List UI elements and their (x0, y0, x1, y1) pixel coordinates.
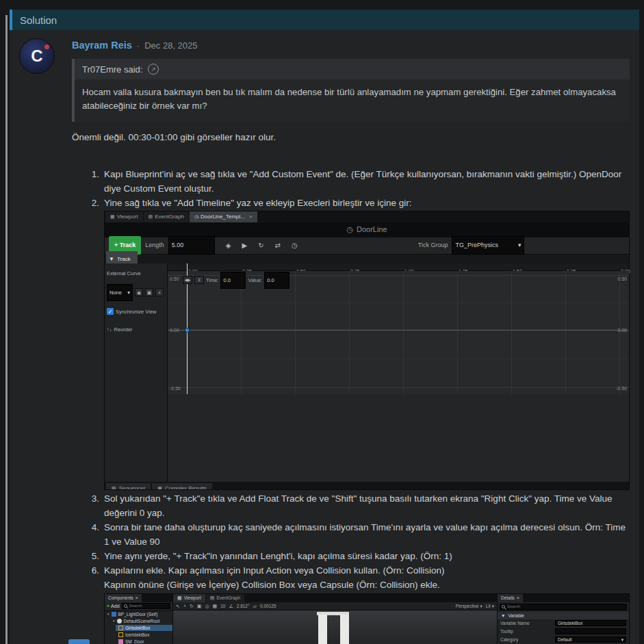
y-axis-label: 0.50 (617, 272, 627, 286)
tab-viewport[interactable]: ▦ Viewport (173, 594, 205, 602)
replicated-icon[interactable]: ⇄ (275, 238, 281, 253)
solution-banner: Solution (10, 10, 639, 30)
category-dropdown[interactable]: Default ▾ (555, 636, 626, 643)
list-text: Yine aynı yerde, "+ Track"in yanından Le… (104, 549, 630, 563)
rotate-tool-icon[interactable]: ↻ (190, 602, 194, 610)
tab-compiler-results[interactable]: ▦ Compiler Results (152, 483, 212, 489)
time-input[interactable]: 0.0 (220, 272, 246, 289)
scale-tool-icon[interactable]: ▣ (197, 602, 202, 610)
list-number: 5. (87, 549, 99, 563)
tab-viewport[interactable]: ▦ Viewport (105, 211, 143, 222)
tree-item-iceridekibox[interactable]: IceridekiBox (116, 631, 172, 638)
tick-group: Tick Group TG_PrePhysics ▾ (418, 236, 525, 255)
grid-line (403, 271, 404, 394)
tree-item-girisdekibox[interactable]: GirisdekiBox (116, 625, 172, 632)
viewport-3d-view[interactable] (173, 610, 497, 644)
curve-grid[interactable]: 0.50 0.00 -0.50 0.50 0.00 -0.50 ◀ (168, 271, 629, 394)
tree-item-defaultsceneroot[interactable]: ▾ DefaultSceneRoot (110, 618, 172, 625)
tick-group-label: Tick Group (418, 238, 448, 253)
fit-vertical-icon[interactable]: Ɪ (194, 276, 204, 284)
avatar-letter: C (31, 47, 42, 66)
quote-header[interactable]: Tr07Emre said: ↗ (75, 59, 630, 79)
date-separator: · (137, 40, 140, 51)
list-item: 4. Sonra bir tane daha oluşturup kaç san… (72, 520, 630, 549)
grid-line (511, 271, 512, 394)
components-search-input[interactable]: Search (122, 603, 170, 609)
tab-label: Sequencer (119, 482, 146, 489)
curve-left-panel: External Curve None ▾ ◉ ▣ × (105, 263, 168, 482)
tree-item-bp-lightdoor[interactable]: ▾ BP_LightDoor (Self) (105, 611, 172, 618)
tree-item-sm-door[interactable]: SM_Door (116, 638, 172, 644)
world-local-icon[interactable]: ◎ (205, 602, 209, 610)
tab-doorline-timeline[interactable]: ◷ DoorLine_Templ... × (190, 211, 257, 222)
keyframe-point[interactable] (185, 328, 190, 333)
perspective-label: Perspective (456, 602, 479, 610)
list-body: Kapılarını ekle. Kapı açılması için Inpu… (104, 563, 630, 644)
grid-line (168, 387, 629, 388)
tick-group-dropdown[interactable]: TG_PrePhysics ▾ (452, 236, 524, 255)
quote-author-label: Tr07Emre said: (82, 64, 142, 75)
tab-eventgraph[interactable]: ▤ EventGraph (206, 594, 244, 602)
timeline-title-bar: ◷ DoorLine (105, 222, 629, 237)
time-ruler[interactable]: 0.00 0.25 0.50 0.75 1.00 1.25 1.50 1.75 … (168, 263, 629, 271)
synchronize-view-label: Synchronize View (116, 305, 156, 319)
scale-snap-value[interactable]: 0.00125 (260, 602, 276, 610)
list-text: Kapılarını ekle. Kapı açılması için Inpu… (104, 563, 630, 578)
door-frame-post (340, 615, 349, 644)
page-scroll-strip[interactable] (5, 15, 8, 644)
chevron-down-icon: ▾ (492, 602, 494, 610)
length-input[interactable]: 5.00 (168, 236, 215, 255)
reorder-arrows-icon[interactable]: ↑↓ (107, 322, 112, 337)
external-curve-label: External Curve (107, 266, 165, 281)
list-item: 6. Kapılarını ekle. Kapı açılması için I… (72, 563, 630, 644)
fit-horizontal-icon[interactable]: ◀▶ (183, 276, 192, 284)
synchronize-view-checkbox[interactable]: ✓ (107, 308, 114, 315)
browse-asset-icon[interactable]: ▣ (145, 288, 153, 296)
cut-off-next-element[interactable] (68, 639, 90, 644)
timeline-editor-screenshot[interactable]: ▦ Viewport ▤ EventGraph ◷ DoorLine_Templ… (104, 211, 630, 490)
list-item: 2. Yine sağ tıkla ve "Add Timeline" yaz … (72, 196, 630, 491)
list-number: 1. (87, 167, 99, 196)
chevron-down-icon: ▾ (480, 602, 482, 610)
scale-snap-icon[interactable]: ▱ (253, 602, 257, 610)
curve-select[interactable]: None ▾ (107, 284, 133, 301)
use-last-keyframe-icon[interactable]: ◈ (226, 238, 231, 253)
tree-label: IceridekiBox (125, 631, 149, 638)
ignore-time-dilation-icon[interactable]: ◷ (292, 238, 298, 253)
grid-snap-value[interactable]: 10 (220, 602, 225, 610)
author-link[interactable]: Bayram Reis (72, 40, 132, 51)
lit-dropdown[interactable]: Lit ▾ (486, 602, 494, 610)
tree-label: SM_Door (125, 638, 144, 644)
avatar[interactable]: C (19, 38, 55, 74)
tab-sequencer[interactable]: ▤ Sequencer (106, 483, 151, 489)
timeline-toolbar: + Track Length 5.00 ◈ ▶ ↻ ⇄ ◷ T (105, 237, 629, 255)
rotation-snap-value[interactable]: 2.812° (237, 602, 250, 610)
reorder-row: ↑↓ Reorder (107, 322, 165, 337)
use-selected-asset-icon[interactable]: ◉ (135, 288, 143, 296)
collision-box-icon (118, 632, 123, 637)
grid-snap-icon[interactable]: ▦ (213, 602, 218, 610)
loop-icon[interactable]: ↻ (258, 238, 263, 253)
components-toolbar: + Add Search (105, 602, 172, 611)
sequencer-icon: ▤ (112, 482, 116, 489)
tab-details[interactable]: Details × (498, 594, 523, 602)
clear-asset-icon[interactable]: × (155, 288, 164, 296)
grid-line (168, 302, 629, 303)
details-panel: Details × Search ▼ Variable (497, 594, 629, 644)
move-tool-icon[interactable]: + (183, 602, 186, 610)
variable-name-input[interactable]: GirisdekiBox (555, 620, 626, 626)
tab-eventgraph[interactable]: ▤ EventGraph (144, 211, 189, 222)
blueprint-editor-screenshot[interactable]: Components × + Add (104, 593, 630, 644)
select-tool-icon[interactable]: ↖ (176, 602, 180, 610)
expand-quote-icon[interactable]: ↗ (148, 64, 159, 75)
y-axis-label: 0.00 (617, 323, 627, 337)
rotation-snap-icon[interactable]: ∠ (229, 602, 233, 610)
curve-graph[interactable]: 0.00 0.25 0.50 0.75 1.00 1.25 1.50 1.75 … (168, 263, 629, 482)
caret-down-icon[interactable]: ▾ (107, 611, 110, 618)
post-date: Dec 28, 2025 (144, 40, 197, 51)
perspective-dropdown[interactable]: Perspective ▾ (456, 602, 482, 610)
caret-down-icon[interactable]: ▾ (113, 618, 115, 625)
chevron-down-icon: ▾ (127, 285, 130, 300)
autoplay-icon[interactable]: ▶ (242, 238, 248, 253)
value-input[interactable]: 0.0 (264, 272, 289, 289)
